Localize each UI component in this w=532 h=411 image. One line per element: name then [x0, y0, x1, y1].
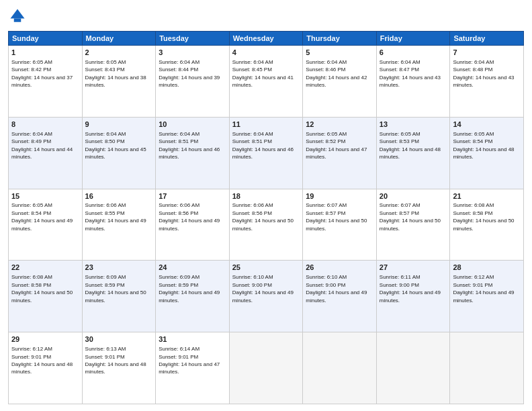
day-number: 17: [159, 191, 226, 201]
calendar-cell: 14Sunrise: 6:05 AM Sunset: 8:54 PM Dayli…: [450, 117, 524, 189]
calendar-cell: 7Sunrise: 6:04 AM Sunset: 8:48 PM Daylig…: [450, 46, 524, 118]
calendar-cell: 15Sunrise: 6:05 AM Sunset: 8:54 PM Dayli…: [9, 189, 83, 261]
calendar-cell: 17Sunrise: 6:06 AM Sunset: 8:56 PM Dayli…: [156, 189, 230, 261]
day-number: 3: [159, 48, 226, 58]
day-info: Sunrise: 6:12 AM Sunset: 9:01 PM Dayligh…: [11, 346, 74, 375]
calendar-cell: 26Sunrise: 6:10 AM Sunset: 9:00 PM Dayli…: [303, 261, 377, 332]
day-info: Sunrise: 6:04 AM Sunset: 8:49 PM Dayligh…: [11, 131, 74, 160]
day-info: Sunrise: 6:04 AM Sunset: 8:45 PM Dayligh…: [232, 59, 295, 88]
day-header-wednesday: Wednesday: [229, 32, 303, 46]
day-header-sunday: Sunday: [9, 32, 83, 46]
day-info: Sunrise: 6:04 AM Sunset: 8:47 PM Dayligh…: [380, 59, 442, 88]
day-number: 7: [453, 48, 521, 58]
day-header-saturday: Saturday: [450, 32, 524, 46]
logo-icon: [8, 7, 27, 26]
day-info: Sunrise: 6:06 AM Sunset: 8:55 PM Dayligh…: [85, 202, 148, 231]
day-number: 5: [306, 48, 373, 58]
day-number: 8: [11, 120, 79, 130]
calendar-cell: 8Sunrise: 6:04 AM Sunset: 8:49 PM Daylig…: [9, 117, 83, 189]
calendar-cell: [376, 332, 450, 404]
calendar-cell: 1Sunrise: 6:05 AM Sunset: 8:42 PM Daylig…: [9, 46, 83, 118]
day-number: 24: [159, 263, 226, 273]
day-number: 1: [11, 48, 79, 58]
day-info: Sunrise: 6:05 AM Sunset: 8:42 PM Dayligh…: [11, 59, 74, 88]
calendar-cell: [450, 332, 524, 404]
calendar-cell: 24Sunrise: 6:09 AM Sunset: 8:59 PM Dayli…: [156, 261, 230, 332]
day-number: 21: [453, 191, 521, 201]
calendar-cell: 16Sunrise: 6:06 AM Sunset: 8:55 PM Dayli…: [82, 189, 156, 261]
day-info: Sunrise: 6:05 AM Sunset: 8:52 PM Dayligh…: [306, 131, 368, 160]
calendar-cell: 3Sunrise: 6:04 AM Sunset: 8:44 PM Daylig…: [156, 46, 230, 118]
calendar-cell: 2Sunrise: 6:05 AM Sunset: 8:43 PM Daylig…: [82, 46, 156, 118]
calendar-cell: 31Sunrise: 6:14 AM Sunset: 9:01 PM Dayli…: [156, 332, 230, 404]
calendar-cell: 27Sunrise: 6:11 AM Sunset: 9:00 PM Dayli…: [376, 261, 450, 332]
calendar-cell: 12Sunrise: 6:05 AM Sunset: 8:52 PM Dayli…: [303, 117, 377, 189]
logo: [8, 7, 30, 26]
day-info: Sunrise: 6:04 AM Sunset: 8:48 PM Dayligh…: [453, 59, 515, 88]
day-number: 6: [380, 48, 447, 58]
day-info: Sunrise: 6:10 AM Sunset: 9:00 PM Dayligh…: [232, 274, 295, 303]
calendar-cell: 10Sunrise: 6:04 AM Sunset: 8:51 PM Dayli…: [156, 117, 230, 189]
day-info: Sunrise: 6:05 AM Sunset: 8:53 PM Dayligh…: [380, 131, 442, 160]
header: [8, 7, 524, 26]
day-info: Sunrise: 6:05 AM Sunset: 8:43 PM Dayligh…: [85, 59, 148, 88]
day-number: 22: [11, 263, 79, 273]
day-info: Sunrise: 6:09 AM Sunset: 8:59 PM Dayligh…: [85, 274, 148, 303]
calendar-cell: 29Sunrise: 6:12 AM Sunset: 9:01 PM Dayli…: [9, 332, 83, 404]
day-info: Sunrise: 6:04 AM Sunset: 8:44 PM Dayligh…: [159, 59, 221, 88]
svg-rect-2: [14, 19, 21, 22]
day-number: 29: [11, 334, 79, 345]
calendar-cell: 30Sunrise: 6:13 AM Sunset: 9:01 PM Dayli…: [82, 332, 156, 404]
day-info: Sunrise: 6:05 AM Sunset: 8:54 PM Dayligh…: [11, 202, 74, 231]
day-number: 27: [380, 263, 447, 273]
day-info: Sunrise: 6:08 AM Sunset: 8:58 PM Dayligh…: [453, 202, 515, 231]
day-number: 26: [306, 263, 373, 273]
day-info: Sunrise: 6:06 AM Sunset: 8:56 PM Dayligh…: [159, 202, 221, 231]
day-info: Sunrise: 6:14 AM Sunset: 9:01 PM Dayligh…: [159, 346, 221, 375]
day-number: 16: [85, 191, 153, 201]
day-info: Sunrise: 6:04 AM Sunset: 8:51 PM Dayligh…: [159, 131, 221, 160]
calendar-cell: 6Sunrise: 6:04 AM Sunset: 8:47 PM Daylig…: [376, 46, 450, 118]
calendar-cell: 25Sunrise: 6:10 AM Sunset: 9:00 PM Dayli…: [229, 261, 303, 332]
day-info: Sunrise: 6:04 AM Sunset: 8:50 PM Dayligh…: [85, 131, 148, 160]
day-number: 30: [85, 334, 153, 345]
day-info: Sunrise: 6:10 AM Sunset: 9:00 PM Dayligh…: [306, 274, 368, 303]
day-header-friday: Friday: [376, 32, 450, 46]
calendar-cell: 28Sunrise: 6:12 AM Sunset: 9:01 PM Dayli…: [450, 261, 524, 332]
day-number: 19: [306, 191, 373, 201]
day-info: Sunrise: 6:11 AM Sunset: 9:00 PM Dayligh…: [380, 274, 442, 303]
day-info: Sunrise: 6:13 AM Sunset: 9:01 PM Dayligh…: [85, 346, 148, 375]
day-number: 11: [232, 120, 300, 130]
day-header-monday: Monday: [82, 32, 156, 46]
page: SundayMondayTuesdayWednesdayThursdayFrid…: [0, 0, 532, 411]
day-number: 28: [453, 263, 521, 273]
calendar-cell: 4Sunrise: 6:04 AM Sunset: 8:45 PM Daylig…: [229, 46, 303, 118]
day-number: 2: [85, 48, 153, 58]
day-number: 23: [85, 263, 153, 273]
calendar-cell: 11Sunrise: 6:04 AM Sunset: 8:51 PM Dayli…: [229, 117, 303, 189]
day-info: Sunrise: 6:05 AM Sunset: 8:54 PM Dayligh…: [453, 131, 515, 160]
week-row-2: 15Sunrise: 6:05 AM Sunset: 8:54 PM Dayli…: [9, 189, 524, 261]
day-info: Sunrise: 6:06 AM Sunset: 8:56 PM Dayligh…: [232, 202, 295, 231]
calendar-cell: 13Sunrise: 6:05 AM Sunset: 8:53 PM Dayli…: [376, 117, 450, 189]
day-number: 18: [232, 191, 300, 201]
day-info: Sunrise: 6:09 AM Sunset: 8:59 PM Dayligh…: [159, 274, 221, 303]
calendar-cell: 22Sunrise: 6:08 AM Sunset: 8:58 PM Dayli…: [9, 261, 83, 332]
day-number: 9: [85, 120, 153, 130]
day-number: 20: [380, 191, 447, 201]
calendar-cell: [303, 332, 377, 404]
day-number: 31: [159, 334, 226, 345]
calendar-cell: 9Sunrise: 6:04 AM Sunset: 8:50 PM Daylig…: [82, 117, 156, 189]
week-row-3: 22Sunrise: 6:08 AM Sunset: 8:58 PM Dayli…: [9, 261, 524, 332]
calendar-cell: [229, 332, 303, 404]
day-number: 10: [159, 120, 226, 130]
day-info: Sunrise: 6:07 AM Sunset: 8:57 PM Dayligh…: [306, 202, 368, 231]
calendar-cell: 18Sunrise: 6:06 AM Sunset: 8:56 PM Dayli…: [229, 189, 303, 261]
week-row-1: 8Sunrise: 6:04 AM Sunset: 8:49 PM Daylig…: [9, 117, 524, 189]
day-header-tuesday: Tuesday: [156, 32, 230, 46]
calendar-cell: 21Sunrise: 6:08 AM Sunset: 8:58 PM Dayli…: [450, 189, 524, 261]
day-info: Sunrise: 6:04 AM Sunset: 8:51 PM Dayligh…: [232, 131, 295, 160]
day-number: 12: [306, 120, 373, 130]
header-row: SundayMondayTuesdayWednesdayThursdayFrid…: [9, 32, 524, 46]
calendar-cell: 5Sunrise: 6:04 AM Sunset: 8:46 PM Daylig…: [303, 46, 377, 118]
